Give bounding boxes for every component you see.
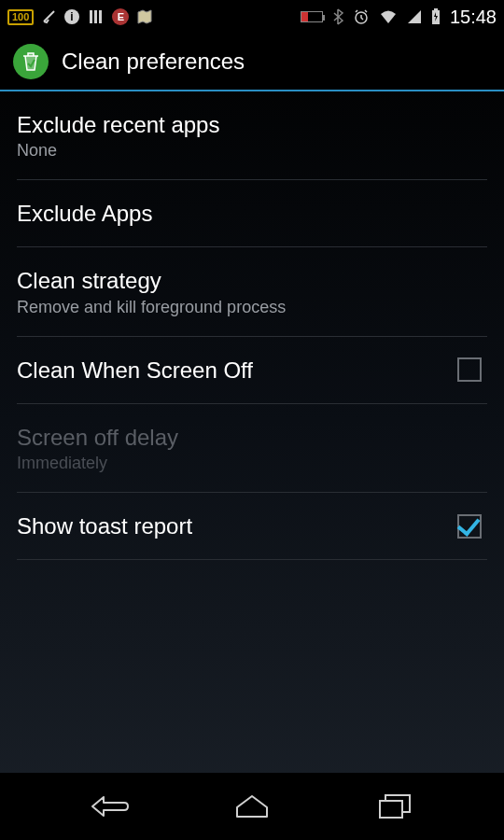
checkbox-show-toast[interactable] bbox=[457, 514, 482, 539]
wifi-icon bbox=[379, 9, 398, 24]
setting-title: Exclude recent apps bbox=[17, 110, 487, 139]
signal-icon bbox=[407, 9, 422, 24]
back-button[interactable] bbox=[81, 788, 137, 825]
svg-rect-8 bbox=[380, 801, 402, 818]
charging-battery-icon bbox=[431, 8, 441, 25]
settings-list: Exclude recent apps None Exclude Apps Cl… bbox=[0, 91, 504, 560]
checkbox-clean-screen-off[interactable] bbox=[457, 357, 482, 382]
app-icon[interactable] bbox=[13, 44, 49, 79]
setting-subtitle: Remove and kill foreground process bbox=[17, 298, 487, 317]
setting-exclude-apps[interactable]: Exclude Apps bbox=[17, 180, 487, 247]
small-battery-icon bbox=[301, 11, 323, 22]
trash-icon bbox=[21, 51, 40, 72]
svg-rect-3 bbox=[94, 10, 97, 23]
back-icon bbox=[89, 793, 130, 819]
setting-title: Show toast report bbox=[17, 511, 457, 540]
setting-subtitle: Immediately bbox=[17, 454, 487, 473]
status-time: 15:48 bbox=[450, 7, 497, 28]
setting-title: Exclude Apps bbox=[17, 199, 487, 228]
svg-rect-2 bbox=[90, 10, 92, 23]
home-icon bbox=[233, 794, 271, 819]
navigation-bar bbox=[0, 773, 504, 840]
info-icon: i bbox=[63, 8, 80, 25]
svg-rect-4 bbox=[99, 10, 102, 23]
recents-icon bbox=[378, 793, 412, 819]
setting-show-toast-report[interactable]: Show toast report bbox=[17, 493, 487, 560]
setting-title: Clean When Screen Off bbox=[17, 356, 457, 385]
status-bar: 100 i E 15:48 bbox=[0, 0, 504, 34]
setting-title: Clean strategy bbox=[17, 266, 487, 295]
bluetooth-icon bbox=[332, 8, 343, 25]
setting-subtitle: None bbox=[17, 141, 487, 161]
map-icon bbox=[136, 8, 153, 25]
recents-button[interactable] bbox=[367, 788, 423, 825]
setting-clean-strategy[interactable]: Clean strategy Remove and kill foregroun… bbox=[17, 247, 487, 336]
setting-exclude-recent-apps[interactable]: Exclude recent apps None bbox=[17, 91, 487, 180]
alarm-icon bbox=[353, 8, 370, 25]
battery-percent-icon: 100 bbox=[7, 9, 34, 25]
app-e-icon: E bbox=[112, 8, 129, 25]
svg-rect-7 bbox=[434, 8, 438, 10]
page-title: Clean preferences bbox=[62, 49, 245, 75]
setting-title: Screen off delay bbox=[17, 423, 487, 452]
status-right-icons: 15:48 bbox=[301, 7, 497, 28]
setting-screen-off-delay: Screen off delay Immediately bbox=[17, 404, 487, 493]
status-left-icons: 100 i E bbox=[7, 8, 153, 25]
app-bar: Clean preferences bbox=[0, 34, 504, 91]
svg-text:i: i bbox=[71, 10, 74, 23]
setting-clean-when-screen-off[interactable]: Clean When Screen Off bbox=[17, 337, 487, 404]
home-button[interactable] bbox=[224, 788, 280, 825]
broom-icon bbox=[41, 9, 56, 24]
bars-icon bbox=[88, 8, 105, 25]
